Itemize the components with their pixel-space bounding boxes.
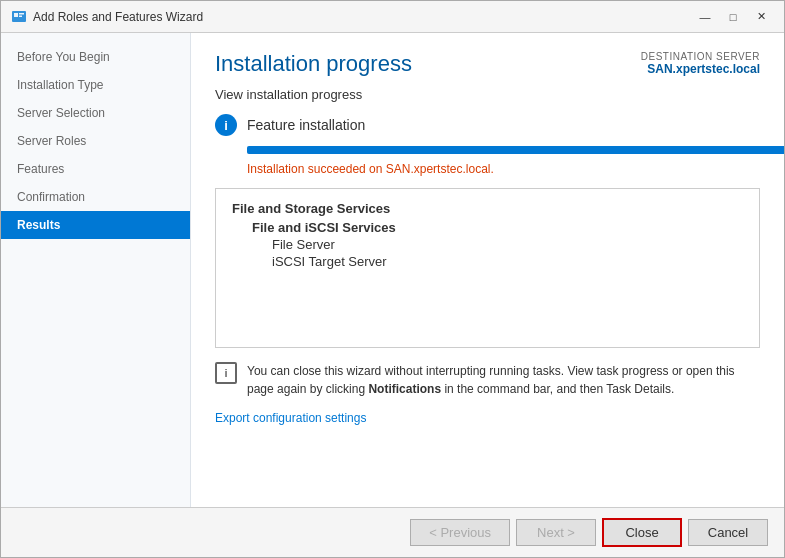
main-content: View installation progress i Feature ins… — [191, 87, 784, 507]
minimize-button[interactable]: — — [692, 7, 718, 27]
feature-installation-box: i Feature installation — [215, 114, 760, 136]
cancel-button[interactable]: Cancel — [688, 519, 768, 546]
section-title: View installation progress — [215, 87, 760, 102]
destination-label: DESTINATION SERVER — [641, 51, 760, 62]
page-title: Installation progress — [215, 51, 412, 77]
info-icon: i — [215, 114, 237, 136]
wizard-icon — [11, 9, 27, 25]
main-header: Installation progress DESTINATION SERVER… — [191, 33, 784, 87]
sidebar-item-installation-type[interactable]: Installation Type — [1, 71, 190, 99]
note-icon: i — [215, 362, 237, 384]
note-text: You can close this wizard without interr… — [247, 362, 760, 398]
footer: < Previous Next > Close Cancel — [1, 507, 784, 557]
title-bar-left: Add Roles and Features Wizard — [11, 9, 203, 25]
main-window: Add Roles and Features Wizard — □ ✕ Befo… — [0, 0, 785, 558]
feature-sub-sub-item1: File Server — [272, 237, 743, 252]
svg-rect-3 — [19, 15, 22, 17]
progress-bar-fill — [247, 146, 784, 154]
sidebar-item-confirmation[interactable]: Confirmation — [1, 183, 190, 211]
sidebar: Before You Begin Installation Type Serve… — [1, 33, 191, 507]
window-title: Add Roles and Features Wizard — [33, 10, 203, 24]
destination-server-info: DESTINATION SERVER SAN.xpertstec.local — [641, 51, 760, 76]
note-notifications: Notifications — [368, 382, 441, 396]
next-button[interactable]: Next > — [516, 519, 596, 546]
feature-installation-label: Feature installation — [247, 117, 365, 133]
sidebar-item-before-you-begin[interactable]: Before You Begin — [1, 43, 190, 71]
maximize-button[interactable]: □ — [720, 7, 746, 27]
close-button[interactable]: Close — [602, 518, 682, 547]
export-link[interactable]: Export configuration settings — [215, 411, 366, 425]
titlebar-close-button[interactable]: ✕ — [748, 7, 774, 27]
feature-sub-sub-item2: iSCSI Target Server — [272, 254, 743, 269]
feature-sub-item: File and iSCSI Services — [252, 220, 743, 235]
svg-rect-2 — [19, 13, 24, 15]
content-area: Before You Begin Installation Type Serve… — [1, 33, 784, 507]
title-bar: Add Roles and Features Wizard — □ ✕ — [1, 1, 784, 33]
note-text-part2: in the command bar, and then Task Detail… — [441, 382, 674, 396]
feature-top-item: File and Storage Services — [232, 201, 743, 216]
svg-rect-1 — [14, 13, 18, 17]
main-panel: Installation progress DESTINATION SERVER… — [191, 33, 784, 507]
window-controls: — □ ✕ — [692, 7, 774, 27]
previous-button[interactable]: < Previous — [410, 519, 510, 546]
features-box: File and Storage Services File and iSCSI… — [215, 188, 760, 348]
destination-name: SAN.xpertstec.local — [641, 62, 760, 76]
sidebar-item-server-roles[interactable]: Server Roles — [1, 127, 190, 155]
sidebar-item-server-selection[interactable]: Server Selection — [1, 99, 190, 127]
info-note: i You can close this wizard without inte… — [215, 362, 760, 398]
success-text: Installation succeeded on SAN.xpertstec.… — [247, 162, 760, 176]
sidebar-item-results[interactable]: Results — [1, 211, 190, 239]
progress-bar-container — [247, 146, 784, 154]
sidebar-item-features[interactable]: Features — [1, 155, 190, 183]
